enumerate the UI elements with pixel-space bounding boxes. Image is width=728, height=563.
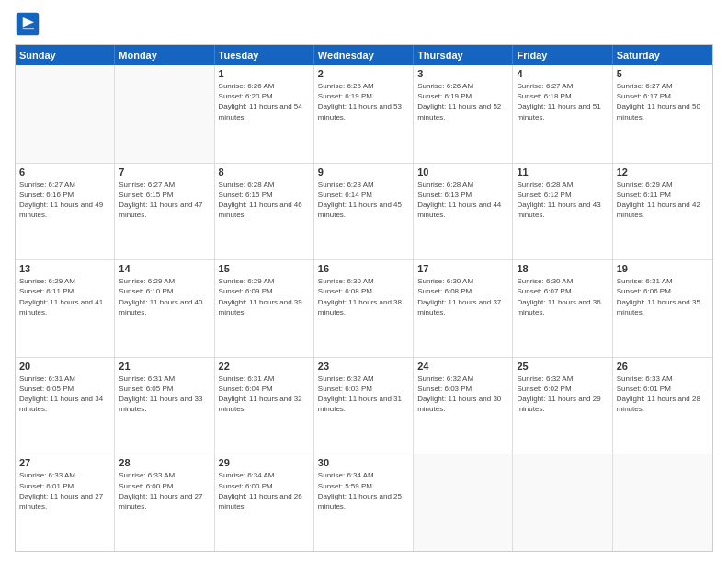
calendar-cell: 6Sunrise: 6:27 AM Sunset: 6:16 PM Daylig…	[16, 164, 115, 260]
day-info: Sunrise: 6:26 AM Sunset: 6:20 PM Dayligh…	[219, 81, 310, 122]
day-number: 20	[19, 361, 110, 372]
calendar: SundayMondayTuesdayWednesdayThursdayFrid…	[15, 44, 713, 552]
day-info: Sunrise: 6:26 AM Sunset: 6:19 PM Dayligh…	[417, 81, 508, 122]
calendar-cell: 5Sunrise: 6:27 AM Sunset: 6:17 PM Daylig…	[613, 65, 712, 163]
day-number: 7	[119, 167, 210, 178]
day-number: 6	[19, 167, 110, 178]
calendar-cell	[16, 65, 115, 163]
day-info: Sunrise: 6:31 AM Sunset: 6:06 PM Dayligh…	[617, 276, 709, 317]
day-info: Sunrise: 6:26 AM Sunset: 6:19 PM Dayligh…	[318, 81, 409, 122]
day-number: 13	[19, 263, 110, 274]
calendar-cell	[115, 65, 214, 163]
day-info: Sunrise: 6:29 AM Sunset: 6:11 PM Dayligh…	[19, 276, 110, 317]
calendar-cell	[613, 454, 712, 551]
day-number: 24	[417, 361, 508, 372]
day-info: Sunrise: 6:31 AM Sunset: 6:05 PM Dayligh…	[119, 373, 210, 415]
day-info: Sunrise: 6:28 AM Sunset: 6:13 PM Dayligh…	[417, 179, 508, 221]
header-cell-thursday: Thursday	[414, 45, 513, 65]
calendar-cell: 26Sunrise: 6:33 AM Sunset: 6:01 PM Dayli…	[613, 358, 712, 454]
header-cell-monday: Monday	[115, 45, 214, 65]
day-number: 23	[318, 361, 409, 372]
header-cell-saturday: Saturday	[613, 45, 712, 65]
calendar-cell: 15Sunrise: 6:29 AM Sunset: 6:09 PM Dayli…	[215, 260, 314, 357]
day-info: Sunrise: 6:28 AM Sunset: 6:12 PM Dayligh…	[517, 179, 608, 221]
calendar-cell: 18Sunrise: 6:30 AM Sunset: 6:07 PM Dayli…	[513, 260, 612, 357]
day-info: Sunrise: 6:28 AM Sunset: 6:14 PM Dayligh…	[318, 179, 409, 221]
day-number: 15	[219, 263, 310, 274]
day-number: 14	[119, 263, 210, 274]
day-number: 11	[517, 167, 608, 178]
day-info: Sunrise: 6:33 AM Sunset: 6:01 PM Dayligh…	[617, 373, 709, 415]
calendar-cell: 29Sunrise: 6:34 AM Sunset: 6:00 PM Dayli…	[215, 454, 314, 551]
calendar-cell: 27Sunrise: 6:33 AM Sunset: 6:01 PM Dayli…	[16, 454, 115, 551]
logo	[15, 11, 44, 37]
day-number: 27	[19, 457, 110, 468]
svg-rect-2	[23, 28, 34, 29]
calendar-cell: 1Sunrise: 6:26 AM Sunset: 6:20 PM Daylig…	[215, 65, 314, 163]
calendar-cell: 4Sunrise: 6:27 AM Sunset: 6:18 PM Daylig…	[513, 65, 612, 163]
day-number: 26	[617, 361, 709, 372]
calendar-cell: 8Sunrise: 6:28 AM Sunset: 6:15 PM Daylig…	[215, 164, 314, 260]
calendar-cell: 16Sunrise: 6:30 AM Sunset: 6:08 PM Dayli…	[314, 260, 414, 357]
calendar-cell: 28Sunrise: 6:33 AM Sunset: 6:00 PM Dayli…	[115, 454, 214, 551]
header-cell-friday: Friday	[513, 45, 612, 65]
calendar-cell: 23Sunrise: 6:32 AM Sunset: 6:03 PM Dayli…	[314, 358, 414, 454]
day-number: 22	[219, 361, 310, 372]
calendar-cell: 25Sunrise: 6:32 AM Sunset: 6:02 PM Dayli…	[513, 358, 612, 454]
day-info: Sunrise: 6:32 AM Sunset: 6:02 PM Dayligh…	[517, 373, 608, 415]
day-number: 25	[517, 361, 608, 372]
day-info: Sunrise: 6:30 AM Sunset: 6:08 PM Dayligh…	[417, 276, 508, 317]
day-info: Sunrise: 6:27 AM Sunset: 6:15 PM Dayligh…	[119, 179, 210, 221]
day-number: 10	[417, 167, 508, 178]
day-number: 21	[119, 361, 210, 372]
day-number: 5	[617, 68, 709, 79]
day-number: 18	[517, 263, 608, 274]
calendar-cell: 24Sunrise: 6:32 AM Sunset: 6:03 PM Dayli…	[414, 358, 513, 454]
day-info: Sunrise: 6:34 AM Sunset: 6:00 PM Dayligh…	[219, 470, 310, 511]
day-number: 16	[318, 263, 409, 274]
day-info: Sunrise: 6:27 AM Sunset: 6:17 PM Dayligh…	[617, 81, 709, 122]
calendar-row: 13Sunrise: 6:29 AM Sunset: 6:11 PM Dayli…	[16, 259, 712, 357]
header-cell-sunday: Sunday	[16, 45, 115, 65]
day-info: Sunrise: 6:33 AM Sunset: 6:01 PM Dayligh…	[19, 470, 110, 511]
day-info: Sunrise: 6:27 AM Sunset: 6:18 PM Dayligh…	[517, 81, 608, 122]
calendar-cell: 19Sunrise: 6:31 AM Sunset: 6:06 PM Dayli…	[613, 260, 712, 357]
calendar-cell: 22Sunrise: 6:31 AM Sunset: 6:04 PM Dayli…	[215, 358, 314, 454]
day-info: Sunrise: 6:30 AM Sunset: 6:08 PM Dayligh…	[318, 276, 409, 317]
logo-icon	[15, 11, 40, 37]
day-number: 9	[318, 167, 409, 178]
day-info: Sunrise: 6:28 AM Sunset: 6:15 PM Dayligh…	[219, 179, 310, 221]
calendar-cell	[414, 454, 513, 551]
day-info: Sunrise: 6:27 AM Sunset: 6:16 PM Dayligh…	[19, 179, 110, 221]
day-number: 8	[219, 167, 310, 178]
calendar-cell: 21Sunrise: 6:31 AM Sunset: 6:05 PM Dayli…	[115, 358, 214, 454]
day-number: 19	[617, 263, 709, 274]
calendar-cell: 2Sunrise: 6:26 AM Sunset: 6:19 PM Daylig…	[314, 65, 414, 163]
day-info: Sunrise: 6:29 AM Sunset: 6:11 PM Dayligh…	[617, 179, 709, 221]
calendar-row: 27Sunrise: 6:33 AM Sunset: 6:01 PM Dayli…	[16, 454, 712, 551]
calendar-row: 1Sunrise: 6:26 AM Sunset: 6:20 PM Daylig…	[16, 65, 712, 163]
page: SundayMondayTuesdayWednesdayThursdayFrid…	[0, 0, 728, 563]
day-number: 17	[417, 263, 508, 274]
day-number: 3	[417, 68, 508, 79]
calendar-cell: 17Sunrise: 6:30 AM Sunset: 6:08 PM Dayli…	[414, 260, 513, 357]
calendar-cell: 20Sunrise: 6:31 AM Sunset: 6:05 PM Dayli…	[16, 358, 115, 454]
calendar-header: SundayMondayTuesdayWednesdayThursdayFrid…	[16, 45, 712, 65]
header-cell-wednesday: Wednesday	[314, 45, 414, 65]
day-number: 12	[617, 167, 709, 178]
day-info: Sunrise: 6:32 AM Sunset: 6:03 PM Dayligh…	[318, 373, 409, 415]
calendar-row: 6Sunrise: 6:27 AM Sunset: 6:16 PM Daylig…	[16, 163, 712, 260]
day-info: Sunrise: 6:31 AM Sunset: 6:05 PM Dayligh…	[19, 373, 110, 415]
day-number: 2	[318, 68, 409, 79]
day-info: Sunrise: 6:33 AM Sunset: 6:00 PM Dayligh…	[119, 470, 210, 511]
calendar-cell: 7Sunrise: 6:27 AM Sunset: 6:15 PM Daylig…	[115, 164, 214, 260]
calendar-row: 20Sunrise: 6:31 AM Sunset: 6:05 PM Dayli…	[16, 357, 712, 454]
day-number: 1	[219, 68, 310, 79]
day-info: Sunrise: 6:34 AM Sunset: 5:59 PM Dayligh…	[318, 470, 409, 511]
day-number: 28	[119, 457, 210, 468]
calendar-cell: 3Sunrise: 6:26 AM Sunset: 6:19 PM Daylig…	[414, 65, 513, 163]
calendar-cell: 12Sunrise: 6:29 AM Sunset: 6:11 PM Dayli…	[613, 164, 712, 260]
calendar-cell: 30Sunrise: 6:34 AM Sunset: 5:59 PM Dayli…	[314, 454, 414, 551]
header-cell-tuesday: Tuesday	[215, 45, 314, 65]
calendar-cell	[513, 454, 612, 551]
